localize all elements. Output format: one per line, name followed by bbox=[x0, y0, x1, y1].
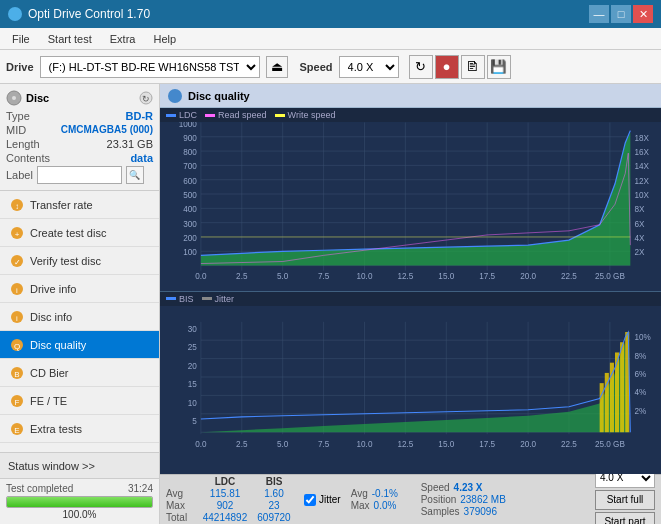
avg-ldc: 115.81 bbox=[200, 488, 250, 499]
svg-text:20.0: 20.0 bbox=[520, 439, 536, 448]
nav-disc-quality[interactable]: Q Disc quality bbox=[0, 331, 159, 359]
menu-extra[interactable]: Extra bbox=[102, 31, 144, 47]
drive-select[interactable]: (F:) HL-DT-ST BD-RE WH16NS58 TST4 bbox=[40, 56, 260, 78]
svg-text:2X: 2X bbox=[634, 248, 645, 257]
disc-info-icon: i bbox=[10, 310, 24, 324]
svg-text:↕: ↕ bbox=[15, 202, 19, 211]
svg-text:0.0: 0.0 bbox=[195, 439, 207, 448]
drive-bar: Drive (F:) HL-DT-ST BD-RE WH16NS58 TST4 … bbox=[0, 50, 661, 84]
svg-text:↻: ↻ bbox=[142, 94, 150, 104]
svg-text:12X: 12X bbox=[634, 177, 649, 186]
svg-text:4%: 4% bbox=[634, 388, 646, 397]
start-full-button[interactable]: Start full bbox=[595, 490, 655, 510]
transfer-rate-icon: ↕ bbox=[10, 198, 24, 212]
nav-create-test-disc[interactable]: + Create test disc bbox=[0, 219, 159, 247]
menu-file[interactable]: File bbox=[4, 31, 38, 47]
ldc-header: LDC bbox=[200, 476, 250, 487]
svg-text:12.5: 12.5 bbox=[397, 272, 413, 281]
total-ldc: 44214892 bbox=[200, 512, 250, 523]
svg-text:15.0: 15.0 bbox=[438, 272, 454, 281]
close-button[interactable]: ✕ bbox=[633, 5, 653, 23]
svg-text:20.0: 20.0 bbox=[520, 272, 536, 281]
maximize-button[interactable]: □ bbox=[611, 5, 631, 23]
action-btn-2[interactable]: ● bbox=[435, 55, 459, 79]
avg-label: Avg bbox=[166, 488, 196, 499]
svg-text:17.5: 17.5 bbox=[479, 439, 495, 448]
fe-te-icon: F bbox=[10, 394, 24, 408]
label-search-button[interactable]: 🔍 bbox=[126, 166, 144, 184]
speed-select[interactable]: 4.0 X bbox=[339, 56, 399, 78]
svg-text:5: 5 bbox=[192, 417, 197, 426]
svg-text:1000: 1000 bbox=[179, 122, 198, 129]
total-label: Total bbox=[166, 512, 196, 523]
svg-text:17.5: 17.5 bbox=[479, 272, 495, 281]
svg-text:20: 20 bbox=[188, 361, 198, 370]
create-test-disc-icon: + bbox=[10, 226, 24, 240]
jitter-checkbox[interactable] bbox=[304, 494, 316, 506]
samples-value: 379096 bbox=[464, 506, 497, 517]
nav-transfer-rate[interactable]: ↕ Transfer rate bbox=[0, 191, 159, 219]
svg-text:2%: 2% bbox=[634, 406, 646, 415]
eject-button[interactable]: ⏏ bbox=[266, 56, 288, 78]
nav-drive-info[interactable]: i Drive info bbox=[0, 275, 159, 303]
nav-extra-tests[interactable]: E Extra tests bbox=[0, 415, 159, 443]
mid-value: CMCMAGBA5 (000) bbox=[61, 124, 153, 136]
length-value: 23.31 GB bbox=[107, 138, 153, 150]
svg-text:6%: 6% bbox=[634, 370, 646, 379]
svg-text:12.5: 12.5 bbox=[397, 439, 413, 448]
nav-disc-info[interactable]: i Disc info bbox=[0, 303, 159, 331]
menu-start-test[interactable]: Start test bbox=[40, 31, 100, 47]
svg-text:Q: Q bbox=[14, 342, 20, 351]
type-label: Type bbox=[6, 110, 30, 122]
nav-verify-test-disc[interactable]: ✓ Verify test disc bbox=[0, 247, 159, 275]
max-jitter: 0.0% bbox=[374, 500, 397, 511]
svg-text:+: + bbox=[15, 230, 20, 239]
svg-text:25: 25 bbox=[188, 343, 198, 352]
label-label: Label bbox=[6, 169, 33, 181]
menu-help[interactable]: Help bbox=[145, 31, 184, 47]
svg-text:10: 10 bbox=[188, 398, 198, 407]
action-btn-3[interactable]: 🖹 bbox=[461, 55, 485, 79]
sidebar: Disc ↻ Type BD-R MID CMCMAGBA5 (000) Len… bbox=[0, 84, 160, 524]
disc-quality-icon: Q bbox=[10, 338, 24, 352]
action-btn-1[interactable]: ↻ bbox=[409, 55, 433, 79]
avg-speed: 4.23 X bbox=[454, 482, 483, 493]
disc-refresh-icon: ↻ bbox=[139, 91, 153, 105]
svg-text:14X: 14X bbox=[634, 162, 649, 171]
minimize-button[interactable]: — bbox=[589, 5, 609, 23]
verify-test-disc-icon: ✓ bbox=[10, 254, 24, 268]
max-bis: 23 bbox=[254, 500, 294, 511]
svg-text:25.0 GB: 25.0 GB bbox=[595, 439, 625, 448]
svg-text:800: 800 bbox=[183, 148, 197, 157]
start-part-button[interactable]: Start part bbox=[595, 512, 655, 525]
action-btn-4[interactable]: 💾 bbox=[487, 55, 511, 79]
contents-label: Contents bbox=[6, 152, 50, 164]
jitter-label: Jitter bbox=[319, 494, 341, 505]
svg-point-1 bbox=[12, 96, 16, 100]
bis-header: BIS bbox=[254, 476, 294, 487]
svg-text:10.0: 10.0 bbox=[357, 439, 373, 448]
svg-text:200: 200 bbox=[183, 234, 197, 243]
nav-fe-te[interactable]: F FE / TE bbox=[0, 387, 159, 415]
label-input[interactable] bbox=[37, 166, 122, 184]
svg-rect-76 bbox=[160, 321, 661, 454]
svg-text:100: 100 bbox=[183, 248, 197, 257]
app-title: Opti Drive Control 1.70 bbox=[28, 7, 150, 21]
svg-text:2.5: 2.5 bbox=[236, 272, 248, 281]
svg-text:i: i bbox=[16, 314, 18, 323]
quality-icon bbox=[168, 89, 182, 103]
type-value: BD-R bbox=[126, 110, 154, 122]
svg-text:7.5: 7.5 bbox=[318, 439, 330, 448]
progress-bar bbox=[7, 497, 152, 507]
svg-text:10.0: 10.0 bbox=[357, 272, 373, 281]
nav-cd-bier[interactable]: B CD Bier bbox=[0, 359, 159, 387]
progress-percent: 100.0% bbox=[63, 509, 97, 520]
position-value: 23862 MB bbox=[460, 494, 506, 505]
position-label: Position bbox=[421, 494, 457, 505]
time-label: 31:24 bbox=[128, 483, 153, 494]
svg-text:B: B bbox=[14, 370, 19, 379]
status-window-button[interactable]: Status window >> bbox=[0, 453, 159, 479]
svg-text:8%: 8% bbox=[634, 351, 646, 360]
svg-text:6X: 6X bbox=[634, 220, 645, 229]
svg-rect-110 bbox=[620, 342, 624, 432]
